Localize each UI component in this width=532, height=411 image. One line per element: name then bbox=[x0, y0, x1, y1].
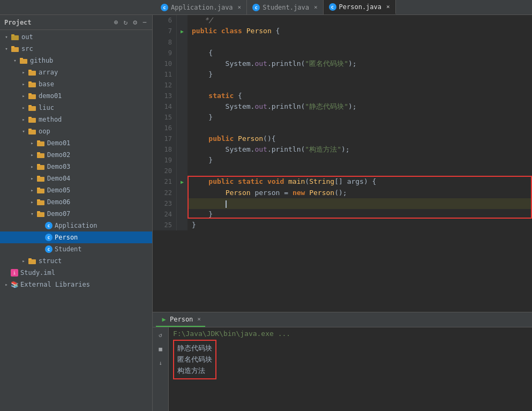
sidebar: Project ⊕ ↻ ⚙ − outsrcgithubarraybasedem… bbox=[0, 15, 153, 411]
run-tab-close[interactable]: × bbox=[197, 316, 201, 323]
editor-tabs: cApplication.java×cStudent.java×cPerson.… bbox=[155, 0, 396, 14]
code-line-14: 14 System.out.println("静态代码块"); bbox=[153, 101, 532, 112]
line-gutter bbox=[177, 15, 188, 26]
tree-item-src[interactable]: src bbox=[0, 43, 152, 55]
tree-item-demo05f[interactable]: Demo05 bbox=[0, 184, 152, 196]
tree-arrow bbox=[28, 186, 36, 195]
token: .println( bbox=[267, 59, 305, 68]
tree-item-base[interactable]: base bbox=[0, 78, 152, 90]
bottom-content: ↺ ■ ↓ F:\Java\JDK\bin\java.exe ... 静态代码块… bbox=[153, 327, 532, 411]
code-line-9: 9 { bbox=[153, 48, 532, 58]
add-icon[interactable]: ⊕ bbox=[113, 18, 119, 26]
run-tab[interactable]: ▶ Person × bbox=[156, 312, 205, 327]
token bbox=[284, 177, 288, 185]
tree-item-student-file[interactable]: cStudent bbox=[0, 243, 152, 255]
run-output: F:\Java\JDK\bin\java.exe ... 静态代码块匿名代码块构… bbox=[169, 327, 532, 411]
tree-item-demo01[interactable]: demo01 bbox=[0, 90, 152, 102]
tree-item-struct[interactable]: struct bbox=[0, 255, 152, 267]
token: [] bbox=[334, 177, 347, 185]
tab-close[interactable]: × bbox=[314, 4, 318, 11]
tree-item-demo01f[interactable]: Demo01 bbox=[0, 137, 152, 149]
line-gutter bbox=[177, 58, 188, 69]
svg-rect-31 bbox=[37, 211, 40, 213]
rerun-btn[interactable]: ↺ bbox=[155, 330, 166, 340]
tab-person[interactable]: cPerson.java× bbox=[324, 0, 396, 14]
folder-icon bbox=[36, 175, 45, 182]
settings-icon[interactable]: ⚙ bbox=[132, 18, 138, 26]
folder-icon bbox=[11, 33, 19, 41]
run-gutter-arrow[interactable]: ▶ bbox=[181, 179, 184, 185]
tree-item-ext-libs[interactable]: 📚External Libraries bbox=[0, 279, 152, 290]
tab-close[interactable]: × bbox=[386, 3, 390, 10]
tree-item-study-iml[interactable]: iStudy.iml bbox=[0, 267, 152, 279]
main-area: Project ⊕ ↻ ⚙ − outsrcgithubarraybasedem… bbox=[0, 15, 532, 411]
tree-arrow bbox=[2, 33, 11, 41]
svg-rect-29 bbox=[37, 199, 40, 201]
tree-item-method[interactable]: method bbox=[0, 114, 152, 125]
line-content: */ bbox=[188, 15, 532, 26]
tree-item-oop[interactable]: oop bbox=[0, 125, 152, 137]
code-line-11: 11 } bbox=[153, 69, 532, 80]
line-gutter bbox=[177, 80, 188, 91]
line-gutter bbox=[177, 123, 188, 133]
stop-btn[interactable]: ■ bbox=[155, 343, 166, 354]
token: Person bbox=[309, 189, 334, 197]
tree-item-demo04f[interactable]: Demo04 bbox=[0, 173, 152, 184]
tree-item-label: src bbox=[21, 45, 33, 53]
tab-close[interactable]: × bbox=[238, 4, 242, 11]
java-icon: c bbox=[161, 4, 168, 11]
line-number: 6 bbox=[153, 15, 177, 26]
iml-icon: i bbox=[11, 269, 18, 277]
code-line-21: 21▶ public static void main(String[] arg… bbox=[153, 176, 532, 188]
tab-application[interactable]: cApplication.java× bbox=[155, 0, 247, 14]
svg-rect-30 bbox=[37, 212, 44, 217]
run-tab-label: Person bbox=[170, 316, 193, 323]
tab-label: Student.java bbox=[263, 4, 309, 11]
tree-item-github[interactable]: github bbox=[0, 55, 152, 66]
token: out bbox=[254, 59, 267, 68]
token: new bbox=[293, 189, 305, 197]
token: public bbox=[208, 134, 234, 143]
tree-item-application-file[interactable]: cApplication bbox=[0, 220, 152, 231]
token: ); bbox=[341, 145, 350, 153]
token: (){ bbox=[263, 134, 275, 143]
sync-icon[interactable]: ↻ bbox=[123, 18, 129, 26]
folder-icon bbox=[36, 186, 45, 194]
tree-arrow bbox=[19, 92, 28, 100]
code-line-7: 7▶public class Person { bbox=[153, 26, 532, 37]
line-content bbox=[188, 80, 532, 91]
tree-item-label: Demo01 bbox=[47, 139, 70, 147]
line-content: Person person = new Person(); bbox=[188, 188, 532, 198]
tree-item-liuc[interactable]: liuc bbox=[0, 102, 152, 114]
code-line-10: 10 System.out.println("匿名代码块"); bbox=[153, 58, 532, 69]
line-gutter: ▶ bbox=[177, 26, 188, 37]
tree-item-out[interactable]: out bbox=[0, 31, 152, 43]
tree-item-demo02f[interactable]: Demo02 bbox=[0, 149, 152, 161]
token: public bbox=[208, 177, 234, 185]
tree-item-array[interactable]: array bbox=[0, 66, 152, 78]
token: System. bbox=[192, 145, 254, 153]
tree-item-label: Demo07 bbox=[47, 210, 70, 218]
line-number: 22 bbox=[153, 188, 177, 198]
tree-arrow bbox=[28, 210, 36, 218]
code-line-17: 17 public Person(){ bbox=[153, 133, 532, 144]
tree-item-person-file[interactable]: cPerson bbox=[0, 231, 152, 243]
line-number: 17 bbox=[153, 133, 177, 144]
line-number: 18 bbox=[153, 144, 177, 155]
code-line-13: 13 static { bbox=[153, 91, 532, 101]
code-editor[interactable]: 6 */7▶public class Person {8 9 {10 Syste… bbox=[153, 15, 532, 312]
tree-item-label: Study.iml bbox=[20, 269, 55, 277]
run-gutter-arrow[interactable]: ▶ bbox=[181, 28, 184, 34]
tree-item-demo06f[interactable]: Demo06 bbox=[0, 196, 152, 208]
tree-item-label: demo01 bbox=[39, 92, 62, 100]
line-content: System.out.println("静态代码块"); bbox=[188, 101, 532, 112]
line-number: 20 bbox=[153, 166, 177, 176]
tree-item-demo03f[interactable]: Demo03 bbox=[0, 161, 152, 173]
tree-item-label: Demo03 bbox=[47, 163, 70, 170]
minus-icon[interactable]: − bbox=[141, 18, 148, 26]
line-content: } bbox=[188, 220, 532, 230]
scroll-btn[interactable]: ↓ bbox=[155, 357, 166, 368]
tree-arrow bbox=[2, 280, 11, 289]
tree-item-demo07f[interactable]: Demo07 bbox=[0, 208, 152, 220]
tab-student[interactable]: cStudent.java× bbox=[247, 0, 323, 14]
